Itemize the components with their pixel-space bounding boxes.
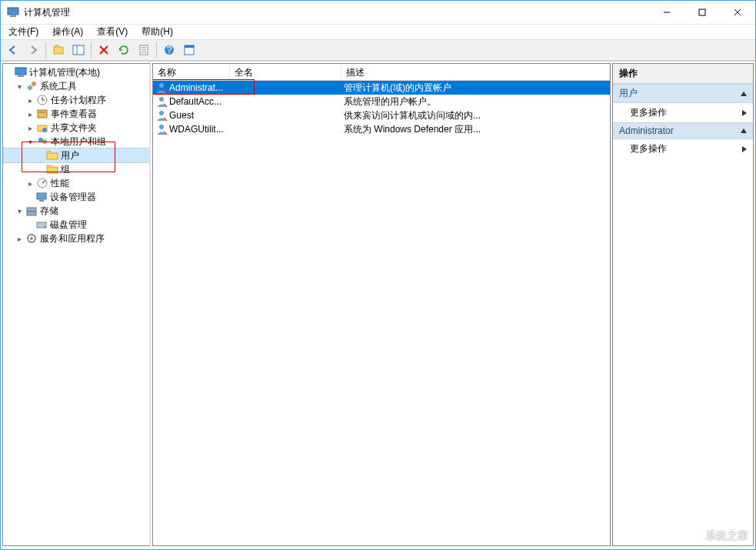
refresh-button[interactable] (115, 42, 133, 58)
menu-view[interactable]: 查看(V) (95, 25, 129, 39)
tree-event-viewer[interactable]: ▸ 事件查看器 (3, 107, 149, 121)
menubar: 文件(F) 操作(A) 查看(V) 帮助(H) (1, 24, 755, 39)
maximize-button[interactable] (684, 1, 720, 24)
window-title: 计算机管理 (24, 6, 649, 19)
actions-section-users[interactable]: 用户 (613, 84, 753, 103)
column-description[interactable]: 描述 (341, 64, 610, 80)
user-name: Administrat... (169, 82, 223, 93)
svg-rect-18 (185, 45, 194, 48)
actions-title: 操作 (613, 64, 753, 84)
users-groups-icon (36, 135, 48, 148)
tools-icon (25, 80, 38, 92)
svg-rect-1 (10, 15, 16, 17)
services-icon (25, 232, 38, 245)
user-name: DefaultAcc... (169, 96, 221, 107)
user-icon (155, 95, 168, 108)
list-row[interactable]: Administrat...管理计算机(域)的内置帐户 (153, 81, 610, 95)
chevron-right-icon (742, 110, 747, 116)
user-description: 系统为 Windows Defender 应用... (341, 123, 610, 136)
tree-system-tools[interactable]: ▾ 系统工具 (3, 79, 149, 93)
toolbar-separator (91, 42, 92, 58)
show-hide-tree-button[interactable] (69, 42, 88, 58)
user-icon (155, 82, 168, 94)
expand-icon[interactable]: ▸ (14, 233, 25, 245)
svg-point-39 (44, 226, 45, 228)
tree-storage[interactable]: ▾ 存储 (3, 204, 149, 218)
svg-rect-6 (54, 47, 63, 54)
back-button[interactable] (4, 42, 22, 58)
list-row[interactable]: Guest供来宾访问计算机或访问域的内... (153, 108, 610, 122)
properties-button[interactable] (180, 42, 198, 58)
collapse-icon[interactable]: ▾ (14, 81, 25, 92)
list-row[interactable]: DefaultAcc...系统管理的用户帐户。 (153, 95, 610, 108)
action-label: 更多操作 (630, 142, 667, 155)
close-button[interactable] (720, 1, 755, 24)
column-fullname[interactable]: 全名 (230, 64, 341, 80)
workspace: 计算机管理(本地) ▾ 系统工具 (1, 61, 755, 549)
clock-icon (36, 94, 48, 106)
tree-device-manager[interactable]: 设备管理器 (3, 190, 149, 204)
list-row[interactable]: WDAGUtilit...系统为 Windows Defender 应用... (153, 122, 610, 136)
collapse-icon[interactable]: ▾ (14, 205, 25, 217)
tree-label: 计算机管理(本地) (29, 66, 100, 79)
tree-users[interactable]: 用户 (3, 148, 149, 162)
collapse-icon (741, 128, 747, 133)
menu-help[interactable]: 帮助(H) (140, 25, 175, 39)
actions-section-administrator[interactable]: Administrator (613, 122, 753, 139)
tree-label: 磁盘管理 (50, 218, 87, 232)
svg-rect-31 (47, 153, 58, 159)
user-icon (155, 123, 168, 135)
tree-services-apps[interactable]: ▸ 服务和应用程序 (3, 232, 149, 245)
svg-point-28 (42, 128, 47, 132)
column-name[interactable]: 名称 (153, 64, 230, 80)
tree-local-users-groups[interactable]: ▾ 本地用户和组 (3, 135, 149, 148)
help-button[interactable]: ? (160, 42, 178, 58)
tree-label: 设备管理器 (50, 191, 96, 204)
forward-button[interactable] (24, 42, 42, 58)
action-label: 更多操作 (630, 106, 667, 119)
tree-performance[interactable]: ▸ 性能 (3, 176, 149, 190)
svg-rect-36 (27, 208, 36, 212)
svg-point-43 (159, 97, 164, 102)
list-body[interactable]: Administrat...管理计算机(域)的内置帐户DefaultAcc...… (153, 81, 610, 545)
expand-icon[interactable]: ▸ (25, 95, 36, 106)
minimize-button[interactable] (649, 1, 684, 24)
tree-label: 服务和应用程序 (40, 232, 105, 245)
export-list-button[interactable] (135, 42, 153, 58)
tree-shared-folders[interactable]: ▸ 共享文件夹 (3, 121, 149, 135)
navigation-tree[interactable]: 计算机管理(本地) ▾ 系统工具 (3, 64, 149, 247)
tree-groups[interactable]: 组 (3, 162, 149, 176)
tree-root-computer-management[interactable]: 计算机管理(本地) (3, 65, 149, 79)
menu-action[interactable]: 操作(A) (51, 25, 85, 39)
tree-label: 存储 (40, 205, 58, 218)
tree-label: 任务计划程序 (51, 94, 106, 107)
navigation-tree-panel[interactable]: 计算机管理(本地) ▾ 系统工具 (2, 63, 151, 546)
actions-panel: 操作 用户 更多操作 Administrator 更多操作 (612, 63, 754, 546)
tree-label: 共享文件夹 (51, 122, 97, 135)
tree-label: 用户 (61, 149, 79, 162)
menu-file[interactable]: 文件(F) (7, 25, 40, 39)
tree-disk-management[interactable]: 磁盘管理 (3, 218, 149, 232)
delete-button[interactable] (95, 42, 113, 58)
svg-point-45 (159, 125, 164, 129)
tree-label: 本地用户和组 (51, 135, 106, 148)
svg-rect-32 (47, 167, 58, 173)
storage-icon (25, 205, 38, 217)
up-button[interactable] (49, 42, 68, 58)
expand-icon[interactable]: ▸ (25, 178, 36, 189)
folder-icon (46, 163, 58, 175)
actions-section-label: Administrator (619, 125, 674, 136)
tree-label: 性能 (51, 177, 69, 190)
expand-icon[interactable]: ▸ (25, 122, 36, 134)
svg-point-21 (32, 82, 36, 86)
svg-text:?: ? (167, 45, 172, 55)
disk-icon (35, 218, 48, 231)
user-icon (155, 109, 168, 122)
tree-task-scheduler[interactable]: ▸ 任务计划程序 (3, 93, 149, 107)
collapse-icon[interactable]: ▾ (25, 136, 36, 148)
svg-point-42 (159, 83, 164, 88)
expand-icon[interactable]: ▸ (25, 108, 36, 120)
action-more-administrator[interactable]: 更多操作 (613, 139, 753, 158)
action-more-users[interactable]: 更多操作 (613, 103, 753, 122)
svg-rect-3 (699, 9, 705, 15)
